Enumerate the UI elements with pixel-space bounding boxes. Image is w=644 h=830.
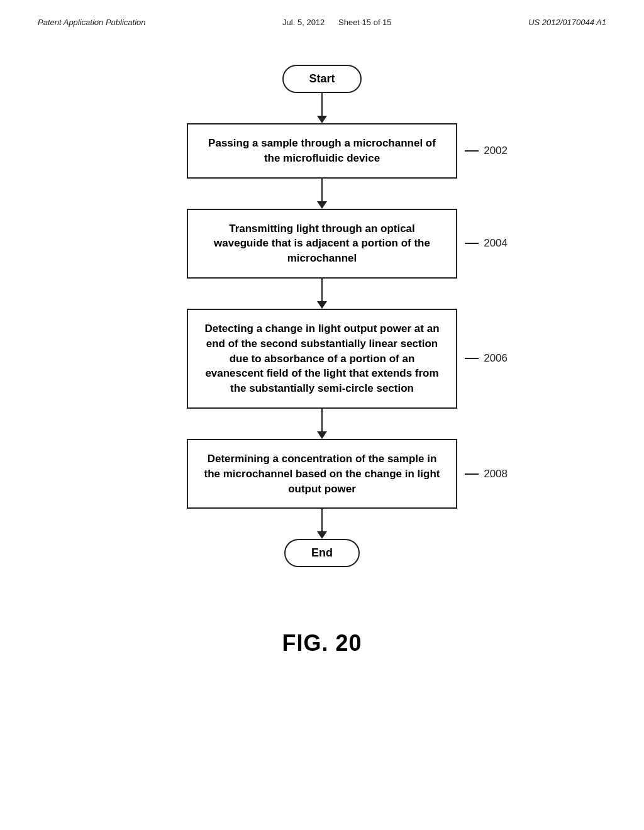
arrow-head-3: [317, 301, 327, 309]
step-2008-wrapper: Determining a concentration of the sampl…: [187, 439, 457, 509]
arrow-3: [317, 279, 327, 309]
start-terminal: Start: [282, 65, 361, 93]
step-2006-label: 2006: [465, 352, 508, 365]
step-2002-wrapper: Passing a sample through a microchannel …: [187, 123, 457, 179]
end-terminal: End: [284, 539, 360, 567]
header-date-sheet: Jul. 5, 2012 Sheet 15 of 15: [282, 18, 391, 27]
page: Patent Application Publication Jul. 5, 2…: [0, 0, 644, 830]
end-label: End: [311, 546, 333, 559]
arrow-head-5: [317, 531, 327, 539]
arrow-line-3: [321, 279, 323, 301]
step-2006-line: [465, 358, 479, 359]
step-2006-box: Detecting a change in light output power…: [187, 309, 457, 409]
arrow-4: [317, 409, 327, 439]
step-2002-id: 2002: [484, 145, 508, 157]
arrow-1: [317, 93, 327, 123]
step-2002-line: [465, 150, 479, 152]
figure-caption-text: FIG. 20: [282, 630, 362, 656]
figure-caption: FIG. 20: [0, 630, 644, 682]
step-2004-id: 2004: [484, 237, 508, 250]
step-2006-wrapper: Detecting a change in light output power…: [187, 309, 457, 409]
header-publication-label: Patent Application Publication: [38, 18, 146, 27]
step-2008-id: 2008: [484, 468, 508, 480]
step-2008-box: Determining a concentration of the sampl…: [187, 439, 457, 509]
arrow-head-2: [317, 201, 327, 209]
arrow-head-4: [317, 431, 327, 439]
header-patent-number: US 2012/0170044 A1: [528, 18, 606, 27]
arrow-2: [317, 179, 327, 209]
step-2004-label: 2004: [465, 237, 508, 250]
step-2004-box: Transmitting light through an opticalwav…: [187, 209, 457, 279]
start-label: Start: [309, 72, 335, 85]
step-2008-label: 2008: [465, 468, 508, 480]
arrow-line-5: [321, 509, 323, 531]
arrow-head-1: [317, 116, 327, 123]
step-2002-text: Passing a sample through a microchannel …: [208, 137, 436, 164]
step-2002-label: 2002: [465, 145, 508, 157]
step-2006-id: 2006: [484, 352, 508, 365]
header-date: Jul. 5, 2012: [282, 18, 325, 27]
arrow-line-2: [321, 179, 323, 201]
step-2004-wrapper: Transmitting light through an opticalwav…: [187, 209, 457, 279]
header-sheet: Sheet 15 of 15: [338, 18, 392, 27]
step-2006-text: Detecting a change in light output power…: [204, 323, 439, 394]
page-header: Patent Application Publication Jul. 5, 2…: [0, 0, 644, 40]
flowchart: Start Passing a sample through a microch…: [0, 40, 644, 592]
step-2004-text: Transmitting light through an opticalwav…: [214, 223, 430, 265]
step-2002-box: Passing a sample through a microchannel …: [187, 123, 457, 179]
arrow-line-1: [321, 93, 323, 116]
arrow-line-4: [321, 409, 323, 431]
step-2008-text: Determining a concentration of the sampl…: [204, 453, 440, 495]
step-2004-line: [465, 243, 479, 244]
arrow-5: [317, 509, 327, 539]
step-2008-line: [465, 473, 479, 475]
